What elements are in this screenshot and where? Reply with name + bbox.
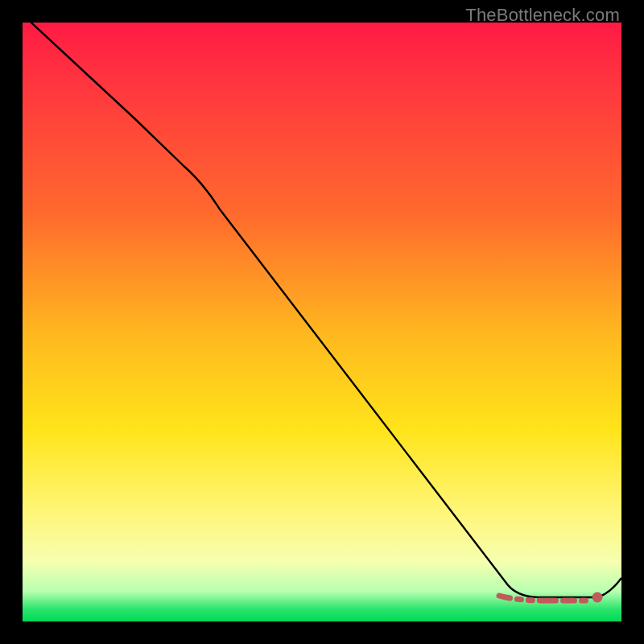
optimal-point-dot — [592, 592, 603, 603]
chart-frame: TheBottleneck.com — [0, 0, 644, 644]
plot-area — [23, 23, 621, 621]
optimal-range-marker — [499, 596, 586, 601]
chart-overlay — [23, 23, 621, 621]
bottleneck-curve — [23, 23, 621, 597]
